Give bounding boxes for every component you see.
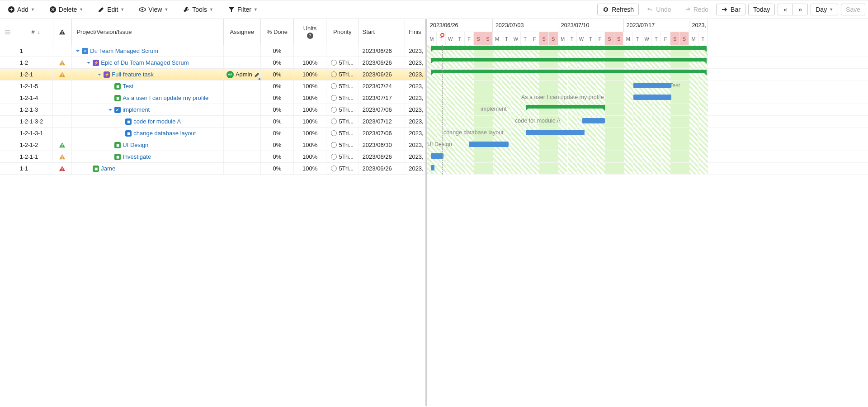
units-cell[interactable]: 100% <box>294 128 326 139</box>
units-cell[interactable]: 100% <box>294 69 326 80</box>
gantt-row[interactable] <box>427 163 868 175</box>
task-name-cell[interactable]: ◼ UI Design <box>72 139 224 151</box>
redo-button[interactable]: Redo <box>679 4 713 15</box>
assignee-cell[interactable] <box>224 139 261 151</box>
done-cell[interactable]: 0% <box>261 80 294 92</box>
done-cell[interactable]: 0% <box>261 139 294 151</box>
prev-button[interactable]: « <box>778 4 793 15</box>
gantt-row[interactable]: implement <box>427 104 868 116</box>
done-cell[interactable]: 0% <box>261 128 294 139</box>
priority-cell[interactable]: 5Tri... <box>326 128 359 139</box>
gantt-row[interactable] <box>427 151 868 163</box>
assignee-cell[interactable] <box>224 92 261 104</box>
finish-cell[interactable]: 2023, <box>405 116 425 127</box>
task-name-cell[interactable]: ◼ Investigate <box>72 151 224 162</box>
refresh-button[interactable]: Refresh <box>597 4 639 15</box>
summary-bar[interactable] <box>431 58 707 62</box>
table-row[interactable]: 1-2-1-5 ◼ Test 0% 100% 5Tri... 2023/07/2… <box>0 80 425 92</box>
task-name-cell[interactable]: ⚡ Full feature task <box>72 69 224 80</box>
priority-cell[interactable]: 5Tri... <box>326 139 359 151</box>
view-button[interactable]: View▼ <box>134 4 173 15</box>
assignee-cell[interactable] <box>224 57 261 68</box>
column-name[interactable]: Project/Version/Issue <box>72 19 223 45</box>
task-bar[interactable] <box>582 118 605 123</box>
finish-cell[interactable]: 2023, <box>405 57 425 68</box>
gantt-row[interactable] <box>427 69 868 80</box>
start-cell[interactable]: 2023/07/24 <box>359 80 406 92</box>
start-cell[interactable]: 2023/06/30 <box>359 139 406 151</box>
priority-cell[interactable]: 5Tri... <box>326 151 359 162</box>
assignee-cell[interactable] <box>224 116 261 127</box>
finish-cell[interactable]: 2023, <box>405 80 425 92</box>
units-cell[interactable]: 100% <box>294 163 326 174</box>
column-drag[interactable] <box>0 19 16 45</box>
gantt-row[interactable]: change database layout <box>427 128 868 139</box>
gantt-row[interactable] <box>427 45 868 57</box>
summary-bar[interactable] <box>526 105 605 109</box>
table-row[interactable]: 1-2-1-4 ◼ As a user I can update my prof… <box>0 92 425 104</box>
units-cell[interactable]: 100% <box>294 104 326 115</box>
task-name-cell[interactable]: ◼ As a user I can update my profile <box>72 92 224 104</box>
undo-button[interactable]: Undo <box>642 4 676 15</box>
finish-cell[interactable]: 2023, <box>405 163 425 174</box>
done-cell[interactable]: 0% <box>261 163 294 174</box>
assignee-cell[interactable] <box>224 80 261 92</box>
table-row[interactable]: 1-2-1 ⚡ Full feature task AAAdmin 0% 100… <box>0 69 425 80</box>
filter-button[interactable]: Filter▼ <box>223 4 263 15</box>
task-bar[interactable] <box>431 153 443 159</box>
units-cell[interactable]: 100% <box>294 80 326 92</box>
priority-cell[interactable]: 5Tri... <box>326 69 359 80</box>
assignee-cell[interactable] <box>224 104 261 115</box>
save-button[interactable]: Save <box>841 4 865 15</box>
finish-cell[interactable]: 2023, <box>405 128 425 139</box>
task-name[interactable]: Test <box>123 83 133 90</box>
table-row[interactable]: 1-2 ⚡ Epic of Du Team Managed Scrum 0% 1… <box>0 57 425 69</box>
start-cell[interactable]: 2023/06/26 <box>359 163 406 174</box>
units-cell[interactable] <box>294 45 326 57</box>
tools-button[interactable]: Tools▼ <box>178 4 218 15</box>
start-cell[interactable]: 2023/06/26 <box>359 45 406 57</box>
gantt-row[interactable]: UI Design <box>427 139 868 151</box>
table-row[interactable]: 1-1 ◼ Jame 0% 100% 5Tri... 2023/06/26 20… <box>0 163 425 175</box>
edit-icon[interactable] <box>254 71 260 78</box>
task-name-cell[interactable]: ◼ Jame <box>72 163 224 174</box>
priority-cell[interactable]: 5Tri... <box>326 116 359 127</box>
start-cell[interactable]: 2023/06/26 <box>359 57 406 68</box>
today-button[interactable]: Today <box>748 4 775 15</box>
priority-cell[interactable]: 5Tri... <box>326 92 359 104</box>
column-number[interactable]: #↓ <box>16 19 53 45</box>
column-priority[interactable]: Priority <box>326 19 359 45</box>
units-cell[interactable]: 100% <box>294 139 326 151</box>
task-name[interactable]: Investigate <box>123 153 151 160</box>
done-cell[interactable]: 0% <box>261 104 294 115</box>
start-cell[interactable]: 2023/07/12 <box>359 116 406 127</box>
units-cell[interactable]: 100% <box>294 92 326 104</box>
column-finish[interactable]: Finis <box>405 19 425 45</box>
done-cell[interactable]: 0% <box>261 151 294 162</box>
priority-cell[interactable]: 5Tri... <box>326 163 359 174</box>
delete-button[interactable]: Delete▼ <box>44 4 88 15</box>
priority-cell[interactable]: 5Tri... <box>326 104 359 115</box>
next-button[interactable]: » <box>793 4 808 15</box>
column-warning[interactable] <box>53 19 72 45</box>
priority-cell[interactable] <box>326 45 359 57</box>
task-name[interactable]: change database layout <box>133 130 196 137</box>
task-name-cell[interactable]: ◼ change database layout <box>72 128 224 139</box>
finish-cell[interactable]: 2023, <box>405 104 425 115</box>
done-cell[interactable]: 0% <box>261 57 294 68</box>
finish-cell[interactable]: 2023, <box>405 92 425 104</box>
task-name-cell[interactable]: ≡ Du Team Managed Scrum <box>72 45 224 57</box>
task-name-cell[interactable]: ⚡ Epic of Du Team Managed Scrum <box>72 57 224 68</box>
bar-button[interactable]: Bar <box>716 4 745 15</box>
assignee-cell[interactable]: AAAdmin <box>224 69 261 80</box>
assignee-cell[interactable] <box>224 128 261 139</box>
start-cell[interactable]: 2023/07/06 <box>359 128 406 139</box>
done-cell[interactable]: 0% <box>261 116 294 127</box>
gantt-row[interactable]: code for module A <box>427 116 868 128</box>
column-start[interactable]: Start <box>359 19 406 45</box>
task-name[interactable]: Du Team Managed Scrum <box>90 47 158 54</box>
units-cell[interactable]: 100% <box>294 151 326 162</box>
finish-cell[interactable]: 2023, <box>405 69 425 80</box>
assignee-cell[interactable] <box>224 45 261 57</box>
resize-handle-icon[interactable] <box>259 78 261 80</box>
